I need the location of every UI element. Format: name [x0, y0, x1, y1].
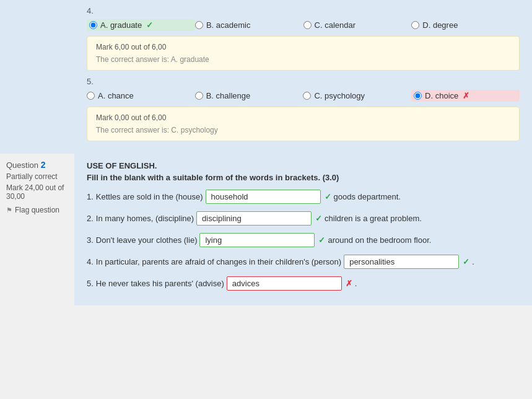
option-q4a-label: A. graduate [100, 20, 142, 30]
option-q4d-label: D. degree [422, 20, 458, 30]
sidebar-question-label: Question 2 [6, 160, 68, 170]
question-4-number: 4. [87, 6, 520, 15]
option-q4a[interactable]: A. graduate ✓ [87, 19, 195, 31]
option-q4d[interactable]: D. degree [411, 20, 520, 30]
option-q5c[interactable]: C. psychology [303, 91, 411, 100]
feedback-q4-mark: Mark 6,00 out of 6,00 [96, 43, 510, 51]
fill-item-2-after: children is a great problem. [325, 214, 422, 223]
fill-item-3-before: Don't leave your clothes (lie) [96, 235, 198, 245]
option-q4b[interactable]: B. academic [195, 20, 303, 30]
flag-question-button[interactable]: ⚑ Flag question [6, 206, 59, 214]
question-5-options: A. chance B. challenge C. psychology D. … [87, 90, 520, 102]
feedback-q4: Mark 6,00 out of 6,00 The correct answer… [87, 36, 520, 71]
fill-item-4-input[interactable] [344, 255, 459, 269]
fill-item-5-number: 5. [87, 279, 94, 288]
fill-item-5-crossmark: ✗ [346, 279, 352, 288]
option-q5a[interactable]: A. chance [87, 91, 195, 100]
radio-q5b[interactable] [195, 92, 203, 100]
option-q5a-label: A. chance [98, 91, 134, 100]
radio-q5d[interactable] [414, 92, 422, 100]
radio-q5a[interactable] [87, 92, 95, 100]
option-q5d[interactable]: D. choice ✗ [411, 90, 520, 102]
fill-item-3-number: 3. [87, 235, 94, 245]
feedback-q5-mark: Mark 0,00 out of 6,00 [96, 113, 510, 122]
radio-q4d[interactable] [411, 21, 419, 29]
fill-item-3-input[interactable] [199, 233, 315, 247]
radio-q4c[interactable] [303, 21, 312, 29]
checkmark-q4a: ✓ [146, 20, 153, 30]
fill-item-5: 5. He never takes his parents' (advise) … [87, 276, 520, 291]
fill-item-2-checkmark: ✓ [315, 214, 322, 223]
question-5-block: 5. A. chance B. challenge C. psychology … [87, 77, 520, 141]
fill-item-4-checkmark: ✓ [463, 257, 469, 266]
fill-item-4-after: . [472, 257, 474, 266]
question-4-block: 4. A. graduate ✓ B. academic C. calendar [87, 6, 520, 71]
crossmark-q5d: ✗ [463, 91, 469, 100]
fill-item-3-checkmark: ✓ [318, 235, 325, 245]
fill-item-5-after: . [355, 279, 357, 288]
sidebar-mark: Mark 24,00 out of 30,00 [6, 183, 68, 201]
fill-item-1-checkmark: ✓ [325, 192, 331, 201]
fill-item-2: 2. In many homes, (discipline) ✓ childre… [87, 211, 520, 226]
feedback-q4-correct: The correct answer is: A. graduate [96, 55, 510, 64]
option-q4c-label: C. calendar [315, 20, 355, 30]
fill-item-5-before: He never takes his parents' (advise) [96, 279, 224, 288]
radio-q4a[interactable] [89, 21, 97, 29]
fill-section-title: USE OF ENGLISH. [87, 161, 520, 170]
flag-icon: ⚑ [6, 206, 12, 214]
radio-q5c[interactable] [303, 92, 311, 100]
main-container: 4. A. graduate ✓ B. academic C. calendar [0, 0, 532, 305]
flag-button-label: Flag question [15, 206, 59, 214]
question-num-text: 2 [41, 160, 46, 170]
question-label-text: Question [6, 160, 38, 170]
fill-item-2-input[interactable] [196, 211, 312, 226]
fill-section-subtitle: Fill in the blank with a suitable form o… [87, 173, 520, 182]
option-q4c[interactable]: C. calendar [303, 20, 412, 30]
fill-item-4-before: In particular, parents are afraid of cha… [96, 257, 341, 266]
option-q5c-label: C. psychology [314, 91, 365, 100]
option-q4b-label: B. academic [206, 20, 251, 30]
option-q5d-label: D. choice [425, 91, 458, 100]
fill-item-1-after: goods department. [334, 192, 401, 201]
fill-item-4-number: 4. [87, 257, 94, 266]
fill-item-3-after: around on the bedroom floor. [328, 235, 431, 245]
fill-item-1-number: 1. [87, 192, 94, 201]
fill-item-2-before: In many homes, (discipline) [96, 214, 194, 223]
sidebar: Question 2 Partially correct Mark 24,00 … [0, 154, 74, 305]
feedback-q5-correct: The correct answer is: C. psychology [96, 126, 510, 134]
fill-section: USE OF ENGLISH. Fill in the blank with a… [74, 154, 532, 305]
fill-item-3: 3. Don't leave your clothes (lie) ✓ arou… [87, 233, 520, 247]
fill-item-4: 4. In particular, parents are afraid of … [87, 255, 520, 269]
quiz-top-section: 4. A. graduate ✓ B. academic C. calendar [0, 0, 532, 154]
question-5-number: 5. [87, 77, 520, 86]
question-4-options: A. graduate ✓ B. academic C. calendar D.… [87, 19, 520, 31]
option-q5b-label: B. challenge [206, 91, 251, 100]
fill-item-1-input[interactable] [206, 190, 321, 204]
fill-item-1: 1. Kettles are sold in the (house) ✓ goo… [87, 190, 520, 204]
bottom-section: Question 2 Partially correct Mark 24,00 … [0, 154, 532, 305]
fill-item-5-input[interactable] [227, 276, 342, 291]
fill-item-2-number: 2. [87, 214, 94, 223]
option-q5b[interactable]: B. challenge [195, 91, 303, 100]
feedback-q5: Mark 0,00 out of 6,00 The correct answer… [87, 107, 520, 141]
radio-q4b[interactable] [195, 21, 203, 29]
fill-item-1-before: Kettles are sold in the (house) [96, 192, 203, 201]
sidebar-status: Partially correct [6, 172, 68, 181]
